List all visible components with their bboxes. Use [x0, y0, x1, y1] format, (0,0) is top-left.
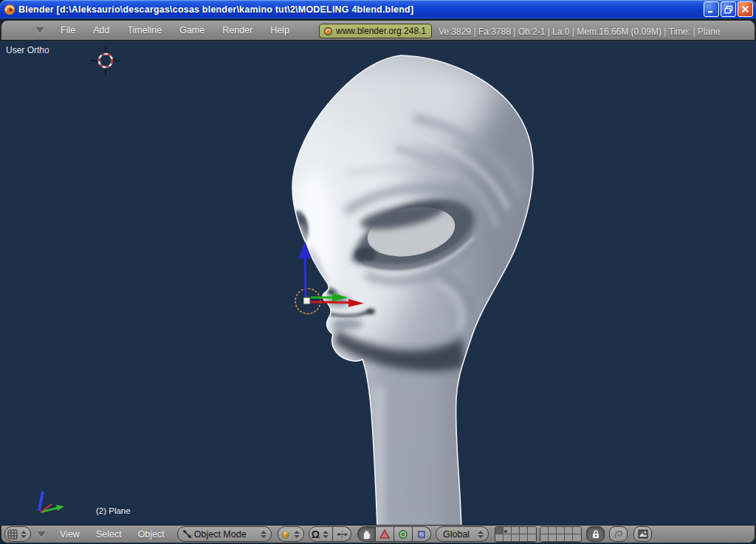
layer-cell[interactable] — [557, 527, 565, 534]
layer-cell[interactable] — [495, 527, 504, 534]
snap-spiral-icon — [614, 529, 624, 540]
menu-timeline[interactable]: Timeline — [118, 25, 171, 35]
draw-type-button[interactable] — [278, 526, 304, 542]
editor-type-button[interactable] — [4, 526, 31, 542]
menu-add[interactable]: Add — [84, 25, 118, 35]
window-title: Blender [d:\Aleksaurio\descargas\cosas b… — [18, 4, 704, 15]
object-mode-icon — [182, 529, 192, 539]
manipulator-toggle-button[interactable] — [357, 526, 376, 542]
layer-cell[interactable] — [565, 527, 573, 534]
top-header: File Add Timeline Game Render Help www.b… — [1, 20, 755, 41]
blender-mini-logo-icon — [323, 27, 333, 36]
layer-cell[interactable] — [573, 534, 581, 542]
layer-cell[interactable] — [520, 527, 528, 534]
layer-cell[interactable] — [540, 534, 549, 542]
layer-cell[interactable] — [557, 534, 565, 542]
titlebar[interactable]: Blender [d:\Aleksaurio\descargas\cosas b… — [0, 0, 756, 18]
blender-window: Blender [d:\Aleksaurio\descargas\cosas b… — [0, 0, 756, 544]
snap-button[interactable] — [609, 526, 628, 542]
layer-cell[interactable] — [573, 527, 581, 534]
layer-cell[interactable] — [540, 527, 549, 534]
pivot-point-button[interactable]: Ω — [309, 526, 333, 542]
axis-mini-gizmo-icon — [39, 492, 64, 512]
scene-stats: Ve:3829 | Fa:3788 | Ob:2-1 | La:0 | Mem:… — [439, 27, 721, 37]
padlock-icon — [591, 529, 600, 539]
restore-button[interactable] — [721, 1, 736, 17]
viewport-scene — [0, 41, 756, 525]
editor-type-grid-icon — [7, 529, 18, 540]
view-mode-label: User Ortho — [6, 45, 49, 55]
move-centers-icon — [337, 530, 348, 539]
collapse-header-menus-icon[interactable] — [37, 531, 46, 537]
lock-button[interactable] — [586, 526, 605, 542]
minimize-button[interactable] — [704, 1, 719, 17]
layer-cell[interactable] — [504, 527, 512, 534]
layer-cell[interactable] — [504, 534, 512, 542]
menu-help[interactable]: Help — [261, 25, 298, 35]
viewport-3d[interactable]: User Ortho (2) Plane — [0, 41, 756, 525]
layer-buttons-group-2 — [540, 526, 582, 543]
manipulator-z-axis[interactable] — [305, 257, 306, 297]
move-centers-button[interactable] — [333, 526, 351, 542]
rotate-green-circle-icon — [398, 529, 408, 540]
mode-dropdown-value: Object Mode — [192, 529, 251, 540]
solid-cube-icon — [281, 529, 291, 540]
orientation-dropdown[interactable]: Global — [436, 526, 489, 542]
close-button[interactable] — [738, 1, 753, 17]
menu-view[interactable]: View — [52, 529, 88, 540]
blender-logo-icon — [4, 4, 16, 16]
pivot-omega-icon: Ω — [312, 529, 320, 540]
active-object-label: (2) Plane — [96, 506, 131, 515]
collapse-menus-icon[interactable] — [35, 27, 44, 33]
blender-version-button[interactable]: www.blender.org 248.1 — [319, 24, 432, 38]
layer-cell[interactable] — [528, 527, 536, 534]
menu-select[interactable]: Select — [88, 529, 130, 540]
viewport-header: View Select Object Object Mode — [1, 525, 755, 543]
layer-cell[interactable] — [495, 534, 504, 542]
cursor-3d-icon — [91, 46, 120, 75]
menu-render[interactable]: Render — [213, 25, 261, 35]
render-window-button[interactable] — [633, 526, 652, 542]
orientation-dropdown-value: Global — [441, 529, 474, 540]
layer-cell[interactable] — [528, 534, 536, 542]
translate-red-triangle-icon — [379, 529, 390, 539]
menu-game[interactable]: Game — [171, 25, 213, 35]
menu-file[interactable]: File — [52, 25, 84, 35]
orientation-stepper[interactable] — [476, 531, 485, 538]
layer-cell[interactable] — [512, 527, 520, 534]
layer-cell[interactable] — [512, 534, 520, 542]
hand-icon — [362, 529, 371, 540]
mode-dropdown[interactable]: Object Mode — [177, 526, 272, 542]
scale-blue-square-icon — [417, 530, 426, 539]
manipulator-x-axis[interactable] — [311, 302, 350, 303]
pivot-stepper[interactable] — [321, 531, 330, 538]
editor-type-stepper[interactable] — [19, 531, 28, 538]
layer-buttons-group-1 — [495, 526, 537, 543]
layer-cell[interactable] — [549, 534, 557, 542]
manipulator-scale-button[interactable] — [413, 526, 431, 542]
mode-stepper[interactable] — [259, 531, 268, 538]
layer-cell[interactable] — [565, 534, 573, 542]
manipulator-rotate-button[interactable] — [394, 526, 413, 542]
menu-object[interactable]: Object — [130, 529, 173, 540]
window-controls — [704, 1, 753, 17]
manipulator-translate-button[interactable] — [376, 526, 394, 542]
layer-cell[interactable] — [549, 527, 557, 534]
draw-type-stepper[interactable] — [292, 531, 301, 538]
render-picture-icon — [638, 529, 648, 539]
blender-version-label: www.blender.org 248.1 — [336, 26, 426, 36]
layer-cell[interactable] — [520, 534, 528, 542]
